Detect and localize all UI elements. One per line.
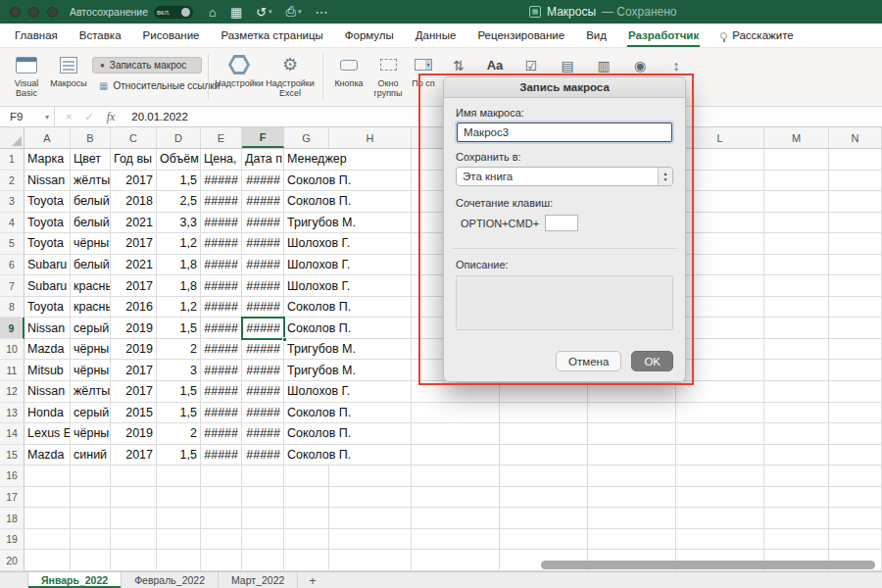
- tab-Вставка[interactable]: Вставка: [69, 24, 132, 47]
- cell-G12[interactable]: Шолохов Г.: [284, 381, 329, 403]
- chevron-down-icon[interactable]: ▾: [269, 8, 272, 16]
- apps-grid-icon[interactable]: ▦: [230, 5, 242, 20]
- cell-N10[interactable]: [829, 339, 882, 361]
- column-header-M[interactable]: M: [764, 127, 829, 148]
- cell-B17[interactable]: [71, 487, 111, 509]
- cell-F10[interactable]: #####: [242, 339, 284, 361]
- cell-N13[interactable]: [829, 403, 882, 424]
- cell-A5[interactable]: Toyota: [24, 233, 71, 255]
- cell-N4[interactable]: [829, 213, 882, 234]
- cell-N8[interactable]: [829, 297, 882, 318]
- cell-E17[interactable]: [201, 487, 242, 509]
- cell-D19[interactable]: [157, 529, 201, 551]
- cell-E8[interactable]: #####: [201, 297, 242, 318]
- shortcut-key-input[interactable]: [545, 215, 578, 231]
- tab-Расскажите[interactable]: Расскажите: [710, 24, 805, 47]
- description-textarea[interactable]: [456, 275, 673, 330]
- cell-H19[interactable]: [329, 529, 412, 551]
- macros-button[interactable]: Макросы: [47, 50, 90, 88]
- addins-button[interactable]: Надстройки: [215, 50, 264, 88]
- cell-G15[interactable]: Соколов П.: [284, 445, 329, 466]
- cell-G6[interactable]: Шолохов Г.: [284, 255, 329, 276]
- cell-I16[interactable]: [412, 466, 500, 487]
- record-macro-button[interactable]: ● Записать макрос: [92, 57, 202, 74]
- cell-E14[interactable]: #####: [201, 423, 242, 445]
- cell-M13[interactable]: [764, 403, 829, 424]
- cell-L4[interactable]: [676, 213, 764, 234]
- cell-C14[interactable]: 2019: [111, 423, 157, 445]
- cell-D14[interactable]: 2: [157, 423, 201, 445]
- cell-F20[interactable]: [242, 550, 284, 571]
- cell-C15[interactable]: 2017: [111, 445, 157, 466]
- print-icon[interactable]: ⎙▾: [286, 4, 302, 20]
- cell-L2[interactable]: [676, 171, 764, 192]
- combobox-icon[interactable]: ▥: [594, 58, 613, 74]
- row-header-15[interactable]: 15: [0, 445, 24, 466]
- cell-J18[interactable]: [500, 508, 588, 529]
- row-header-17[interactable]: 17: [0, 487, 24, 509]
- cell-K12[interactable]: [588, 381, 676, 403]
- cell-I15[interactable]: [412, 445, 500, 466]
- cell-L19[interactable]: [676, 529, 764, 551]
- close-window-button[interactable]: [10, 7, 21, 18]
- cell-M4[interactable]: [764, 213, 829, 234]
- cell-N5[interactable]: [829, 233, 882, 255]
- updown-icon[interactable]: ⇅: [449, 58, 468, 74]
- row-header-14[interactable]: 14: [0, 423, 24, 445]
- label-aa-icon[interactable]: Aa: [485, 58, 505, 74]
- cell-N19[interactable]: [829, 529, 882, 551]
- cell-D12[interactable]: 1,5: [157, 381, 201, 403]
- cell-D20[interactable]: [157, 550, 201, 571]
- cell-F14[interactable]: #####: [242, 423, 284, 445]
- row-header-18[interactable]: 18: [0, 508, 24, 529]
- chevron-down-icon[interactable]: ▾: [45, 113, 49, 122]
- cell-E11[interactable]: #####: [201, 360, 242, 381]
- cell-I12[interactable]: [412, 381, 500, 403]
- cell-G19[interactable]: [284, 529, 329, 551]
- cell-J14[interactable]: [500, 423, 588, 445]
- cell-L14[interactable]: [676, 423, 764, 445]
- column-header-F[interactable]: F: [242, 127, 284, 148]
- horizontal-scrollbar[interactable]: [541, 561, 875, 569]
- cell-C6[interactable]: 2021: [111, 255, 157, 276]
- cell-E7[interactable]: #####: [201, 275, 242, 297]
- cell-J12[interactable]: [500, 381, 588, 403]
- cell-G1[interactable]: Менеджер: [284, 149, 329, 171]
- cell-A2[interactable]: Nissan: [24, 171, 71, 192]
- cell-E12[interactable]: #####: [201, 381, 242, 403]
- sheet-tab-Январь_2022[interactable]: Январь_2022: [27, 572, 122, 588]
- cell-L18[interactable]: [676, 508, 764, 529]
- cell-A6[interactable]: Subaru: [24, 255, 71, 276]
- minimize-window-button[interactable]: [28, 7, 39, 18]
- cell-J17[interactable]: [500, 487, 588, 509]
- cell-H17[interactable]: [329, 487, 412, 509]
- cell-D16[interactable]: [157, 466, 201, 487]
- cell-E18[interactable]: [201, 508, 242, 529]
- cell-E5[interactable]: #####: [201, 233, 242, 255]
- autosave-toggle[interactable]: вкл.: [154, 6, 193, 19]
- cell-F7[interactable]: #####: [242, 275, 284, 297]
- cell-A7[interactable]: Subaru: [24, 275, 71, 297]
- row-header-8[interactable]: 8: [0, 297, 24, 318]
- cell-C11[interactable]: 2017: [111, 360, 157, 381]
- cell-M7[interactable]: [764, 275, 829, 297]
- cell-B10[interactable]: чёрны: [71, 339, 111, 361]
- cell-I14[interactable]: [412, 423, 500, 445]
- cell-F4[interactable]: #####: [242, 213, 284, 234]
- combo-box-control[interactable]: ▼ По сп: [408, 50, 439, 88]
- cell-G10[interactable]: Тригубов М.: [284, 339, 329, 361]
- cell-D17[interactable]: [157, 487, 201, 509]
- cell-A10[interactable]: Mazda: [24, 339, 71, 361]
- cell-C13[interactable]: 2015: [111, 403, 157, 424]
- cell-B11[interactable]: чёрны: [71, 360, 111, 381]
- zoom-window-button[interactable]: [47, 7, 58, 18]
- cell-A14[interactable]: Lexus E: [24, 423, 71, 445]
- cell-N3[interactable]: [829, 191, 882, 213]
- cell-C19[interactable]: [111, 529, 157, 551]
- cell-E3[interactable]: #####: [201, 191, 242, 213]
- cancel-button[interactable]: Отмена: [556, 351, 621, 371]
- cell-A11[interactable]: Mitsub: [24, 360, 71, 381]
- cell-M8[interactable]: [764, 297, 829, 318]
- cell-L6[interactable]: [676, 255, 764, 276]
- cell-F13[interactable]: #####: [242, 403, 284, 424]
